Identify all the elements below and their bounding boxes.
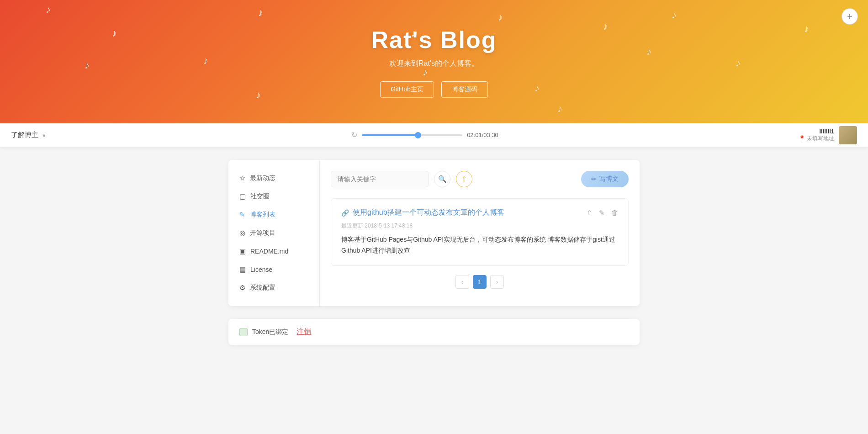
sidebar-label-license: License [250, 266, 272, 273]
post-title-link[interactable]: 🔗 使用github搭建一个可动态发布文章的个人博客 [341, 208, 504, 217]
nav-player: ↻ 02:01/03:30 [84, 131, 766, 139]
plus-icon: + [847, 11, 852, 22]
search-button[interactable]: 🔍 [434, 171, 450, 187]
chevron-down-icon: ∨ [42, 132, 46, 138]
progress-fill [362, 134, 420, 136]
music-note-2: ♪ [258, 7, 263, 19]
search-input[interactable] [331, 171, 429, 187]
share-button[interactable]: ⇧ [456, 171, 472, 187]
prev-page-button[interactable]: ‹ [455, 275, 469, 289]
sidebar: ☆ 最新动态 ▢ 社交圈 ✎ 博客列表 ◎ 开源项目 ▣ README.md ▤… [228, 160, 320, 306]
token-status: Token已绑定 [252, 328, 288, 336]
page-1-button[interactable]: 1 [473, 275, 487, 289]
share-icon: ⇧ [461, 175, 467, 183]
edit-post-icon[interactable]: ✎ [599, 209, 605, 217]
hero-subtitle: 欢迎来到Rat's的个人博客。 [389, 59, 479, 69]
next-page-button[interactable]: › [490, 275, 504, 289]
write-blog-button[interactable]: ✏ 写博文 [581, 171, 629, 187]
sidebar-icon-license: ▤ [239, 265, 246, 274]
bottom-card: Token已绑定 注销 [228, 319, 640, 345]
sidebar-item-open-source[interactable]: ◎ 开源项目 [228, 224, 319, 242]
user-location: 📍 未填写地址 [799, 135, 834, 143]
navbar: 了解博主 ∨ ↻ 02:01/03:30 iiiiiii1 📍 未填写地址 [0, 123, 868, 147]
progress-bar[interactable] [362, 134, 462, 136]
plus-button[interactable]: + [842, 8, 858, 25]
music-note-13: ♪ [557, 103, 562, 115]
avatar[interactable] [839, 126, 857, 144]
music-note-16: ♪ [85, 59, 90, 71]
delete-post-icon[interactable]: 🗑 [611, 209, 618, 217]
sidebar-label-social: 社交圈 [250, 192, 270, 201]
hero-section: Rat's Blog 欢迎来到Rat's的个人博客。 GitHub主页 博客源码… [0, 0, 868, 123]
music-note-3: ♪ [203, 55, 208, 67]
music-note-10: ♪ [646, 46, 651, 58]
sidebar-label-open-source: 开源项目 [250, 229, 275, 237]
hero-buttons: GitHub主页 博客源码 [380, 81, 488, 98]
music-note-0: ♪ [46, 4, 51, 16]
post-meta: 最近更新 2018-5-13 17:48:18 [341, 222, 618, 230]
token-revoke-link[interactable]: 注销 [296, 327, 311, 337]
refresh-icon[interactable]: ↻ [351, 131, 357, 139]
music-note-4: ♪ [256, 89, 261, 101]
sidebar-item-latest[interactable]: ☆ 最新动态 [228, 169, 319, 187]
sidebar-item-blog-list[interactable]: ✎ 博客列表 [228, 206, 319, 224]
nav-about-dropdown[interactable]: 了解博主 ∨ [11, 131, 84, 139]
right-panel: 🔍 ⇧ ✏ 写博文 🔗 使用github搭建一个可动态发布文章的个人博客 ⇧ ✎ [320, 160, 640, 306]
time-display: 02:01/03:30 [467, 132, 498, 138]
music-note-9: ♪ [603, 21, 608, 32]
sidebar-label-readme: README.md [250, 248, 288, 255]
post-actions: ⇧ ✎ 🗑 [587, 209, 618, 217]
sidebar-label-settings: 系统配置 [250, 284, 275, 292]
share-post-icon[interactable]: ⇧ [587, 209, 593, 217]
sidebar-icon-social: ▢ [239, 192, 246, 201]
avatar-image [839, 126, 857, 144]
music-note-11: ♪ [736, 57, 741, 69]
sidebar-icon-blog-list: ✎ [239, 211, 245, 219]
nav-about-label: 了解博主 [11, 131, 38, 139]
sidebar-label-blog-list: 博客列表 [250, 211, 275, 219]
external-link-icon: 🔗 [341, 209, 349, 217]
sidebar-item-settings[interactable]: ⚙ 系统配置 [228, 279, 319, 297]
token-badge [239, 328, 248, 336]
post-card: 🔗 使用github搭建一个可动态发布文章的个人博客 ⇧ ✎ 🗑 最近更新 20… [331, 198, 629, 266]
music-note-14: ♪ [804, 23, 809, 35]
sidebar-item-readme[interactable]: ▣ README.md [228, 242, 319, 260]
search-input-wrap [331, 171, 429, 187]
progress-thumb[interactable] [415, 132, 421, 138]
sidebar-icon-readme: ▣ [239, 247, 246, 255]
music-note-12: ♪ [672, 9, 677, 21]
search-icon: 🔍 [438, 175, 447, 183]
music-note-8: ♪ [535, 82, 540, 94]
sidebar-icon-settings: ⚙ [239, 284, 245, 292]
sidebar-label-latest: 最新动态 [250, 174, 275, 182]
post-title-row: 🔗 使用github搭建一个可动态发布文章的个人博客 ⇧ ✎ 🗑 [341, 208, 618, 217]
nav-user: iiiiiii1 📍 未填写地址 [766, 126, 857, 144]
search-row: 🔍 ⇧ ✏ 写博文 [331, 171, 629, 187]
user-info: iiiiiii1 📍 未填写地址 [799, 128, 834, 143]
username: iiiiiii1 [819, 128, 834, 135]
blog-source-button[interactable]: 博客源码 [441, 81, 488, 98]
music-note-1: ♪ [112, 27, 117, 39]
post-title: 使用github搭建一个可动态发布文章的个人博客 [353, 208, 504, 217]
sidebar-icon-open-source: ◎ [239, 229, 245, 237]
github-home-button[interactable]: GitHub主页 [380, 81, 434, 98]
player-controls: ↻ 02:01/03:30 [351, 131, 498, 139]
sidebar-item-social[interactable]: ▢ 社交圈 [228, 187, 319, 206]
hero-title: Rat's Blog [371, 26, 497, 53]
post-excerpt: 博客基于GitHub Pages与Github API实现无后台，可动态发布博客… [341, 234, 618, 256]
write-icon: ✏ [591, 175, 597, 183]
pagination: ‹ 1 › [331, 275, 629, 289]
sidebar-icon-latest: ☆ [239, 174, 245, 182]
main-content: ☆ 最新动态 ▢ 社交圈 ✎ 博客列表 ◎ 开源项目 ▣ README.md ▤… [228, 160, 640, 306]
sidebar-item-license[interactable]: ▤ License [228, 260, 319, 279]
music-note-7: ♪ [498, 11, 503, 23]
location-icon: 📍 [799, 135, 805, 142]
